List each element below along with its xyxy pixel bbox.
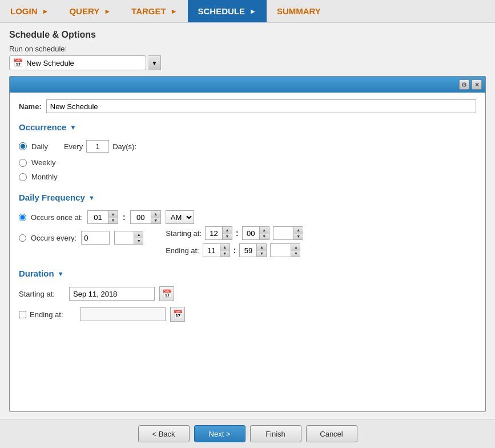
occurs-once-label[interactable]: Occurs once at: bbox=[31, 213, 83, 222]
occurs-once-row: Occurs once at: ▲ ▼ : ▲ ▼ bbox=[19, 210, 476, 224]
end-ampm-spinner[interactable]: ▲ ▼ bbox=[270, 243, 300, 257]
duration-section: Duration ▼ Starting at: 📅 Ending at: 📅 bbox=[19, 269, 476, 322]
nav-schedule[interactable]: SCHEDULE ► bbox=[188, 0, 267, 22]
daily-row: Daily Every Day(s): bbox=[19, 140, 476, 153]
minute-spin-buttons: ▲ ▼ bbox=[151, 211, 160, 223]
start-ampm-up-button[interactable]: ▲ bbox=[294, 227, 303, 234]
starting-at-label: Starting at: bbox=[166, 229, 202, 238]
daily-frequency-section: Daily Frequency ▼ Occurs once at: ▲ ▼ : bbox=[19, 193, 476, 257]
nav-schedule-label: SCHEDULE bbox=[198, 6, 246, 16]
start-hour-spinner[interactable]: ▲ ▼ bbox=[205, 226, 232, 240]
minute-up-button[interactable]: ▲ bbox=[151, 211, 160, 218]
every-wrap: Every Day(s): bbox=[64, 140, 136, 153]
occurs-once-radio[interactable] bbox=[19, 214, 26, 221]
start-min-spin-buttons: ▲ ▼ bbox=[260, 227, 269, 239]
back-button[interactable]: < Back bbox=[138, 425, 190, 442]
start-ampm-down-button[interactable]: ▼ bbox=[294, 234, 303, 240]
occurrence-section: Occurrence ▼ Daily Every Day(s): Weekly bbox=[19, 122, 476, 181]
start-ampm-input[interactable] bbox=[273, 227, 294, 239]
finish-button[interactable]: Finish bbox=[250, 425, 301, 442]
end-min-input[interactable] bbox=[240, 244, 257, 257]
dur-ending-input[interactable] bbox=[80, 307, 166, 321]
name-row: Name: bbox=[19, 99, 476, 113]
end-min-up-button[interactable]: ▲ bbox=[257, 244, 266, 251]
weekly-radio[interactable] bbox=[19, 159, 27, 167]
end-min-down-button[interactable]: ▼ bbox=[257, 251, 266, 257]
next-button[interactable]: Next > bbox=[194, 425, 246, 442]
cancel-button[interactable]: Cancel bbox=[306, 425, 357, 442]
occurrence-title: Occurrence bbox=[19, 122, 66, 132]
dur-starting-label: Starting at: bbox=[19, 290, 65, 298]
start-hour-input[interactable] bbox=[206, 227, 223, 239]
start-ampm-spinner[interactable]: ▲ ▼ bbox=[273, 226, 303, 240]
daily-freq-arrow: ▼ bbox=[88, 194, 95, 201]
start-hour-down-button[interactable]: ▼ bbox=[223, 234, 232, 240]
occurs-every-radio[interactable] bbox=[19, 234, 26, 242]
ending-checkbox[interactable] bbox=[19, 311, 26, 318]
nav-target[interactable]: TARGET ► bbox=[121, 0, 187, 22]
hour-spinner[interactable]: ▲ ▼ bbox=[87, 210, 118, 224]
every-unit-spinner[interactable]: ▲ ▼ bbox=[114, 231, 143, 245]
monthly-radio[interactable] bbox=[19, 173, 27, 181]
end-hour-up-button[interactable]: ▲ bbox=[220, 244, 230, 251]
minute-input[interactable] bbox=[131, 211, 151, 223]
nav-target-arrow: ► bbox=[171, 7, 178, 15]
hour-down-button[interactable]: ▼ bbox=[108, 218, 118, 224]
every-unit-input[interactable] bbox=[115, 231, 134, 244]
start-min-down-button[interactable]: ▼ bbox=[260, 234, 269, 240]
minute-down-button[interactable]: ▼ bbox=[151, 218, 160, 224]
schedule-select[interactable]: 📅 New Schedule bbox=[9, 55, 146, 70]
titlebar-icons: ⚙ ✕ bbox=[459, 79, 482, 90]
hour-input[interactable] bbox=[88, 211, 108, 223]
end-min-spinner[interactable]: ▲ ▼ bbox=[239, 243, 267, 257]
dialog-body: Name: Occurrence ▼ Daily Every Day(s): bbox=[10, 93, 485, 411]
start-min-input[interactable] bbox=[243, 227, 260, 239]
dur-starting-input[interactable] bbox=[69, 287, 155, 301]
end-ampm-up-button[interactable]: ▲ bbox=[291, 244, 300, 251]
occurs-every-input[interactable] bbox=[81, 231, 110, 245]
nav-login[interactable]: LOGIN ► bbox=[0, 0, 59, 22]
daily-radio[interactable] bbox=[19, 142, 27, 150]
every-unit-down-button[interactable]: ▼ bbox=[134, 238, 143, 245]
end-ampm-input[interactable] bbox=[271, 244, 291, 257]
nav-query[interactable]: QUERY ► bbox=[59, 0, 121, 22]
schedule-select-wrap: 📅 New Schedule ▼ bbox=[9, 55, 486, 70]
weekly-label[interactable]: Weekly bbox=[31, 158, 55, 167]
ending-at-label: Ending at: bbox=[166, 246, 199, 255]
start-min-spinner[interactable]: ▲ ▼ bbox=[242, 226, 269, 240]
daily-label[interactable]: Daily bbox=[31, 142, 48, 151]
name-input[interactable] bbox=[46, 99, 476, 113]
duration-starting-row: Starting at: 📅 bbox=[19, 286, 476, 301]
dialog-close-icon[interactable]: ✕ bbox=[472, 79, 482, 90]
monthly-label[interactable]: Monthly bbox=[31, 173, 58, 181]
end-hour-spinner[interactable]: ▲ ▼ bbox=[203, 243, 230, 257]
occurs-every-label[interactable]: Occurs every: bbox=[31, 234, 77, 242]
start-min-up-button[interactable]: ▲ bbox=[260, 227, 269, 234]
occurs-every-row: Occurs every: ▲ ▼ bbox=[19, 231, 143, 245]
nav-query-label: QUERY bbox=[69, 6, 99, 16]
time-colon-1: : bbox=[123, 213, 126, 222]
hour-spin-buttons: ▲ ▼ bbox=[108, 211, 118, 223]
minute-spinner[interactable]: ▲ ▼ bbox=[130, 210, 161, 224]
every-unit-up-button[interactable]: ▲ bbox=[134, 231, 143, 238]
dur-ending-label[interactable]: Ending at: bbox=[30, 310, 75, 319]
nav-summary[interactable]: SUMMARY bbox=[267, 0, 331, 22]
dur-ending-calendar-button[interactable]: 📅 bbox=[170, 307, 185, 322]
every-input[interactable] bbox=[86, 140, 109, 153]
hour-up-button[interactable]: ▲ bbox=[108, 211, 118, 218]
nav-target-label: TARGET bbox=[131, 6, 166, 16]
weekly-row: Weekly bbox=[19, 158, 476, 167]
duration-arrow: ▼ bbox=[58, 270, 64, 277]
occurrence-header: Occurrence ▼ bbox=[19, 122, 476, 132]
schedule-dropdown-button[interactable]: ▼ bbox=[148, 55, 161, 70]
every-unit-spin-buttons: ▲ ▼ bbox=[134, 231, 143, 244]
end-hour-down-button[interactable]: ▼ bbox=[220, 251, 230, 257]
end-hour-input[interactable] bbox=[203, 244, 220, 257]
nav-schedule-arrow: ► bbox=[249, 7, 256, 15]
dur-starting-calendar-button[interactable]: 📅 bbox=[159, 286, 174, 301]
dialog-settings-icon[interactable]: ⚙ bbox=[459, 79, 469, 90]
start-hour-up-button[interactable]: ▲ bbox=[223, 227, 232, 234]
nav-login-label: LOGIN bbox=[10, 6, 38, 16]
end-ampm-down-button[interactable]: ▼ bbox=[291, 251, 300, 257]
ampm-select[interactable]: AM PM bbox=[166, 210, 194, 224]
